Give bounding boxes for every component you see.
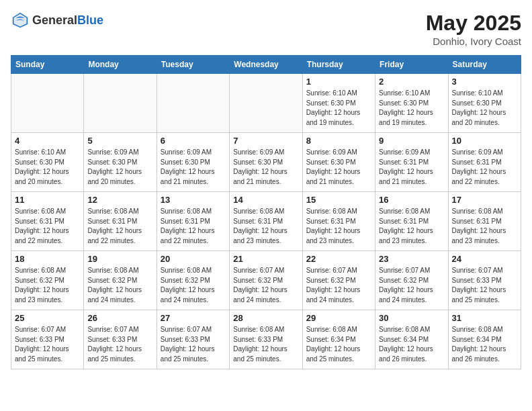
calendar-body: 1Sunrise: 6:10 AM Sunset: 6:30 PM Daylig… <box>11 74 521 369</box>
calendar-cell <box>11 74 84 133</box>
day-info: Sunrise: 6:07 AM Sunset: 6:33 PM Dayligh… <box>15 325 80 364</box>
day-info: Sunrise: 6:07 AM Sunset: 6:33 PM Dayligh… <box>87 325 152 364</box>
day-number: 24 <box>452 254 517 264</box>
day-info: Sunrise: 6:08 AM Sunset: 6:32 PM Dayligh… <box>87 266 152 305</box>
calendar-cell: 6Sunrise: 6:09 AM Sunset: 6:30 PM Daylig… <box>157 133 229 192</box>
week-row-3: 11Sunrise: 6:08 AM Sunset: 6:31 PM Dayli… <box>11 192 521 251</box>
calendar-cell: 2Sunrise: 6:10 AM Sunset: 6:30 PM Daylig… <box>375 74 448 133</box>
day-number: 20 <box>161 254 226 264</box>
calendar-cell: 8Sunrise: 6:09 AM Sunset: 6:30 PM Daylig… <box>302 133 375 192</box>
day-header-friday: Friday <box>375 56 448 74</box>
day-number: 26 <box>87 313 152 323</box>
day-number: 16 <box>379 195 444 205</box>
calendar-cell: 13Sunrise: 6:08 AM Sunset: 6:31 PM Dayli… <box>157 192 229 251</box>
logo: GeneralBlue <box>11 11 103 30</box>
day-info: Sunrise: 6:07 AM Sunset: 6:33 PM Dayligh… <box>161 325 226 364</box>
day-number: 30 <box>379 313 444 323</box>
day-header-saturday: Saturday <box>448 56 521 74</box>
calendar-cell: 28Sunrise: 6:08 AM Sunset: 6:33 PM Dayli… <box>230 310 302 369</box>
calendar-cell: 5Sunrise: 6:09 AM Sunset: 6:30 PM Daylig… <box>84 133 157 192</box>
day-number: 7 <box>233 136 298 146</box>
day-number: 12 <box>87 195 152 205</box>
calendar-cell: 19Sunrise: 6:08 AM Sunset: 6:32 PM Dayli… <box>84 251 157 310</box>
day-info: Sunrise: 6:09 AM Sunset: 6:31 PM Dayligh… <box>379 148 444 187</box>
month-year: May 2025 <box>426 11 521 36</box>
calendar-cell: 23Sunrise: 6:07 AM Sunset: 6:32 PM Dayli… <box>375 251 448 310</box>
day-info: Sunrise: 6:08 AM Sunset: 6:31 PM Dayligh… <box>161 207 226 246</box>
day-number: 29 <box>306 313 371 323</box>
week-row-1: 1Sunrise: 6:10 AM Sunset: 6:30 PM Daylig… <box>11 74 521 133</box>
day-info: Sunrise: 6:09 AM Sunset: 6:30 PM Dayligh… <box>161 148 226 187</box>
day-number: 3 <box>452 77 517 87</box>
day-info: Sunrise: 6:08 AM Sunset: 6:31 PM Dayligh… <box>452 207 517 246</box>
day-info: Sunrise: 6:08 AM Sunset: 6:34 PM Dayligh… <box>379 325 444 364</box>
calendar-cell: 21Sunrise: 6:07 AM Sunset: 6:32 PM Dayli… <box>230 251 302 310</box>
day-header-monday: Monday <box>84 56 157 74</box>
week-row-2: 4Sunrise: 6:10 AM Sunset: 6:30 PM Daylig… <box>11 133 521 192</box>
day-info: Sunrise: 6:08 AM Sunset: 6:31 PM Dayligh… <box>379 207 444 246</box>
day-number: 13 <box>161 195 226 205</box>
day-info: Sunrise: 6:09 AM Sunset: 6:30 PM Dayligh… <box>233 148 298 187</box>
day-info: Sunrise: 6:08 AM Sunset: 6:31 PM Dayligh… <box>87 207 152 246</box>
day-info: Sunrise: 6:08 AM Sunset: 6:31 PM Dayligh… <box>306 207 371 246</box>
calendar-cell: 10Sunrise: 6:09 AM Sunset: 6:31 PM Dayli… <box>448 133 521 192</box>
day-number: 9 <box>379 136 444 146</box>
day-info: Sunrise: 6:09 AM Sunset: 6:30 PM Dayligh… <box>87 148 152 187</box>
day-number: 11 <box>15 195 80 205</box>
day-number: 25 <box>15 313 80 323</box>
day-info: Sunrise: 6:08 AM Sunset: 6:31 PM Dayligh… <box>233 207 298 246</box>
day-number: 10 <box>452 136 517 146</box>
day-number: 5 <box>87 136 152 146</box>
calendar-cell <box>230 74 302 133</box>
day-info: Sunrise: 6:08 AM Sunset: 6:32 PM Dayligh… <box>161 266 226 305</box>
page-header: GeneralBlue May 2025 Donhio, Ivory Coast <box>11 11 521 47</box>
day-number: 21 <box>233 254 298 264</box>
day-info: Sunrise: 6:07 AM Sunset: 6:32 PM Dayligh… <box>379 266 444 305</box>
day-number: 17 <box>452 195 517 205</box>
day-number: 2 <box>379 77 444 87</box>
day-info: Sunrise: 6:09 AM Sunset: 6:30 PM Dayligh… <box>306 148 371 187</box>
day-info: Sunrise: 6:07 AM Sunset: 6:32 PM Dayligh… <box>306 266 371 305</box>
calendar-cell: 15Sunrise: 6:08 AM Sunset: 6:31 PM Dayli… <box>302 192 375 251</box>
calendar-cell: 11Sunrise: 6:08 AM Sunset: 6:31 PM Dayli… <box>11 192 84 251</box>
calendar-cell: 14Sunrise: 6:08 AM Sunset: 6:31 PM Dayli… <box>230 192 302 251</box>
day-info: Sunrise: 6:07 AM Sunset: 6:32 PM Dayligh… <box>233 266 298 305</box>
header-row: SundayMondayTuesdayWednesdayThursdayFrid… <box>11 56 521 74</box>
day-info: Sunrise: 6:08 AM Sunset: 6:31 PM Dayligh… <box>15 207 80 246</box>
day-number: 14 <box>233 195 298 205</box>
logo-blue: Blue <box>77 13 103 27</box>
week-row-5: 25Sunrise: 6:07 AM Sunset: 6:33 PM Dayli… <box>11 310 521 369</box>
day-info: Sunrise: 6:10 AM Sunset: 6:30 PM Dayligh… <box>15 148 80 187</box>
logo-general: General <box>32 13 77 27</box>
day-number: 23 <box>379 254 444 264</box>
calendar-cell: 16Sunrise: 6:08 AM Sunset: 6:31 PM Dayli… <box>375 192 448 251</box>
day-info: Sunrise: 6:08 AM Sunset: 6:32 PM Dayligh… <box>15 266 80 305</box>
week-row-4: 18Sunrise: 6:08 AM Sunset: 6:32 PM Dayli… <box>11 251 521 310</box>
calendar-cell <box>157 74 229 133</box>
day-number: 22 <box>306 254 371 264</box>
calendar-table: SundayMondayTuesdayWednesdayThursdayFrid… <box>11 55 521 369</box>
day-info: Sunrise: 6:10 AM Sunset: 6:30 PM Dayligh… <box>379 89 444 128</box>
location: Donhio, Ivory Coast <box>426 36 521 47</box>
day-number: 15 <box>306 195 371 205</box>
day-info: Sunrise: 6:10 AM Sunset: 6:30 PM Dayligh… <box>452 89 517 128</box>
logo-wordmark: GeneralBlue <box>32 13 103 28</box>
day-header-wednesday: Wednesday <box>230 56 302 74</box>
calendar-cell: 31Sunrise: 6:08 AM Sunset: 6:34 PM Dayli… <box>448 310 521 369</box>
day-header-thursday: Thursday <box>302 56 375 74</box>
calendar-cell: 25Sunrise: 6:07 AM Sunset: 6:33 PM Dayli… <box>11 310 84 369</box>
day-number: 18 <box>15 254 80 264</box>
calendar-cell: 30Sunrise: 6:08 AM Sunset: 6:34 PM Dayli… <box>375 310 448 369</box>
day-number: 31 <box>452 313 517 323</box>
day-number: 6 <box>161 136 226 146</box>
day-number: 1 <box>306 77 371 87</box>
calendar-cell: 1Sunrise: 6:10 AM Sunset: 6:30 PM Daylig… <box>302 74 375 133</box>
day-number: 27 <box>161 313 226 323</box>
calendar-cell: 26Sunrise: 6:07 AM Sunset: 6:33 PM Dayli… <box>84 310 157 369</box>
calendar-cell <box>84 74 157 133</box>
day-number: 19 <box>87 254 152 264</box>
day-info: Sunrise: 6:08 AM Sunset: 6:33 PM Dayligh… <box>233 325 298 364</box>
logo-icon <box>11 11 30 30</box>
day-info: Sunrise: 6:08 AM Sunset: 6:34 PM Dayligh… <box>452 325 517 364</box>
calendar-header: SundayMondayTuesdayWednesdayThursdayFrid… <box>11 56 521 74</box>
